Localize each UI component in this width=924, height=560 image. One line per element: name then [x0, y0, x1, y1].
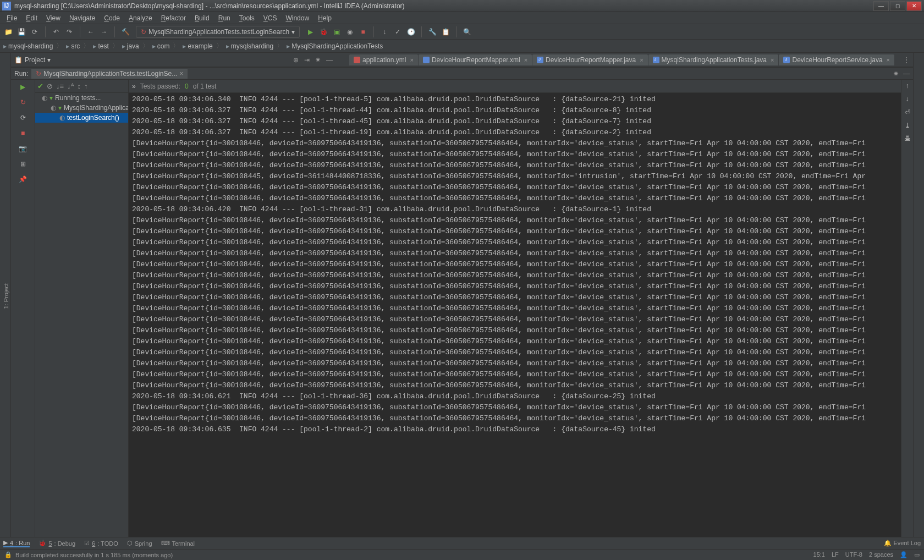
vcs-commit-icon[interactable]: ✓: [393, 27, 403, 37]
forward-icon[interactable]: →: [99, 27, 109, 37]
indent-info[interactable]: 2 spaces: [869, 551, 893, 558]
locate-icon[interactable]: ⊕: [293, 56, 299, 64]
console-output[interactable]: 2020-05-18 09:34:06.340 INFO 4244 --- [p…: [129, 93, 901, 537]
tool-tab-run[interactable]: ▶4: Run: [3, 539, 30, 547]
editor-tab[interactable]: DeviceHourReportMapper.xml×: [419, 54, 532, 65]
line-separator[interactable]: LF: [832, 551, 839, 558]
project-structure-icon[interactable]: 📋: [441, 27, 450, 37]
save-icon[interactable]: 💾: [16, 27, 26, 37]
test-root[interactable]: ◐ ▾ Running tests...: [35, 93, 128, 103]
breadcrumb-item[interactable]: ▸test: [93, 42, 108, 50]
debug-icon[interactable]: 🐞: [318, 27, 328, 37]
event-log-tab[interactable]: 🔔 Event Log: [884, 540, 921, 547]
editor-tab[interactable]: DeviceHourReportMapper.java×: [532, 54, 648, 65]
soft-wrap-icon[interactable]: ⏎: [905, 108, 910, 116]
search-everywhere-icon[interactable]: 🔍: [462, 27, 472, 37]
test-method[interactable]: ◐ testLoginSearch(): [35, 113, 128, 123]
close-tab-icon[interactable]: ×: [524, 57, 527, 63]
menu-window[interactable]: Window: [282, 13, 312, 23]
run-config-selector[interactable]: ↻ MysqlShardingApplicationTests.testLogi…: [136, 26, 300, 38]
menu-refactor[interactable]: Refactor: [158, 13, 189, 23]
gear-icon[interactable]: ✷: [893, 70, 899, 78]
editor-tab[interactable]: DeviceHourReportService.java×: [779, 54, 894, 65]
run-icon[interactable]: ▶: [305, 27, 315, 37]
inspection-icon[interactable]: 👤: [900, 551, 908, 558]
export-icon[interactable]: »: [132, 83, 136, 90]
undo-icon[interactable]: ↶: [51, 27, 61, 37]
chevron-down-icon[interactable]: ▾: [47, 56, 51, 64]
hide-icon[interactable]: —: [903, 70, 910, 78]
vcs-update-icon[interactable]: ↓: [380, 27, 389, 37]
profile-icon[interactable]: ◉: [345, 27, 355, 37]
tool-tab-todo[interactable]: ☑6: TODO: [84, 540, 118, 547]
tool-tab-spring[interactable]: ⬡Spring: [127, 540, 152, 547]
project-view-label[interactable]: Project: [25, 56, 45, 64]
ignored-filter-icon[interactable]: ⊘: [47, 82, 53, 90]
menu-edit[interactable]: Edit: [23, 13, 41, 23]
back-icon[interactable]: ←: [86, 27, 96, 37]
tool-tab-terminal[interactable]: ⌨Terminal: [161, 540, 195, 547]
dump-icon[interactable]: 📷: [18, 144, 28, 153]
down-icon[interactable]: ↓: [906, 95, 909, 103]
breadcrumb-item[interactable]: ▸example: [183, 42, 212, 50]
tool-tab-debug[interactable]: 🐞5: Debug: [38, 540, 75, 547]
gear-icon[interactable]: ✷: [315, 56, 321, 64]
menu-build[interactable]: Build: [191, 13, 213, 23]
settings-icon[interactable]: 🔧: [427, 27, 437, 37]
menu-tools[interactable]: Tools: [236, 13, 258, 23]
status-lock-icon[interactable]: 🔒: [4, 551, 12, 558]
close-tab-icon[interactable]: ×: [771, 57, 774, 63]
file-encoding[interactable]: UTF-8: [845, 551, 862, 558]
test-class[interactable]: ◐ ▾ MysqlShardingApplicat: [35, 103, 128, 113]
collapse-icon[interactable]: ↑: [84, 82, 88, 90]
breadcrumb-item[interactable]: ▸java: [122, 42, 139, 50]
rerun-icon[interactable]: ▶: [18, 82, 28, 92]
scroll-to-end-icon[interactable]: ⤓: [905, 122, 910, 129]
breadcrumb-item[interactable]: ▸src: [66, 42, 80, 50]
stop-run-icon[interactable]: ■: [18, 128, 28, 138]
hide-icon[interactable]: —: [326, 56, 333, 64]
layout-icon[interactable]: ⊞: [18, 159, 28, 169]
menu-file[interactable]: File: [3, 13, 20, 23]
coverage-icon[interactable]: ▣: [332, 27, 342, 37]
menu-analyze[interactable]: Analyze: [125, 13, 156, 23]
close-tab-icon[interactable]: ×: [640, 57, 643, 63]
sort-icon[interactable]: ↓≡: [56, 82, 64, 90]
toggle-autotest-icon[interactable]: ⟳: [18, 113, 28, 123]
menu-view[interactable]: View: [43, 13, 64, 23]
close-tab-icon[interactable]: ×: [887, 57, 890, 63]
tool-tab-project[interactable]: 1: Project: [2, 280, 10, 312]
breadcrumb-item[interactable]: ▸com: [152, 42, 170, 50]
menu-vcs[interactable]: VCS: [260, 13, 280, 23]
close-tab-icon[interactable]: ×: [179, 70, 183, 78]
menu-navigate[interactable]: Navigate: [66, 13, 98, 23]
cursor-position[interactable]: 15:1: [813, 551, 825, 558]
more-tabs-icon[interactable]: ⋮: [903, 56, 910, 64]
close-button[interactable]: ✕: [906, 1, 922, 11]
menu-code[interactable]: Code: [101, 13, 123, 23]
pin-icon[interactable]: 📌: [18, 174, 28, 184]
maximize-button[interactable]: ◻: [890, 1, 905, 11]
editor-tab[interactable]: application.yml×: [349, 54, 418, 65]
stop-icon[interactable]: ■: [358, 27, 368, 37]
passed-filter-icon[interactable]: ✔: [37, 82, 43, 90]
redo-icon[interactable]: ↷: [64, 27, 74, 37]
close-tab-icon[interactable]: ×: [410, 57, 413, 63]
sync-icon[interactable]: ⟳: [30, 27, 40, 37]
sort-alpha-icon[interactable]: ↓ᴬ: [67, 82, 74, 90]
print-icon[interactable]: 🖶: [904, 135, 911, 142]
breadcrumb-item[interactable]: ▸mysqlsharding: [226, 42, 273, 50]
expand-icon[interactable]: ↕: [78, 82, 81, 90]
rerun-failed-icon[interactable]: ↻: [18, 97, 28, 107]
breadcrumb-item[interactable]: ▸MysqlShardingApplicationTests: [287, 42, 383, 50]
open-icon[interactable]: 📁: [3, 27, 13, 37]
breadcrumb-item[interactable]: ▸mysql-sharding: [3, 42, 53, 50]
build-icon[interactable]: 🔨: [120, 27, 130, 37]
collapse-icon[interactable]: ⇥: [304, 56, 310, 64]
editor-tab[interactable]: MysqlShardingApplicationTests.java×: [648, 54, 779, 65]
memory-indicator-icon[interactable]: ▭: [914, 551, 920, 558]
minimize-button[interactable]: —: [873, 1, 889, 11]
up-icon[interactable]: ↑: [906, 82, 909, 90]
menu-help[interactable]: Help: [315, 13, 335, 23]
run-tab[interactable]: ↻ MysqlShardingApplicationTests.testLogi…: [31, 69, 188, 79]
